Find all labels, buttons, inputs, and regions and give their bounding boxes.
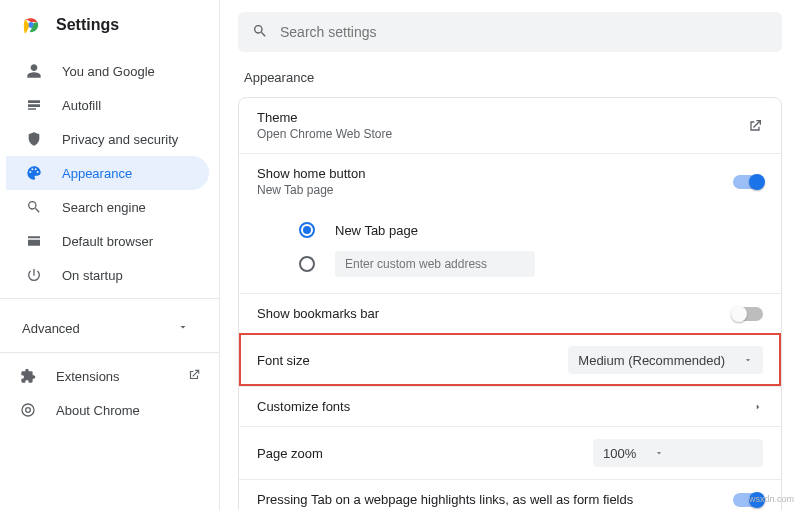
custom-url-input[interactable] xyxy=(335,251,535,277)
radio-option-newtab[interactable]: New Tab page xyxy=(299,213,763,247)
sidebar-item-privacy-security[interactable]: Privacy and security xyxy=(6,122,209,156)
sidebar-item-default-browser[interactable]: Default browser xyxy=(6,224,209,258)
chevron-down-icon xyxy=(177,321,189,336)
search-icon xyxy=(24,199,44,215)
section-title: Appearance xyxy=(244,70,782,85)
row-title: Show bookmarks bar xyxy=(257,306,733,321)
sidebar-item-autofill[interactable]: Autofill xyxy=(6,88,209,122)
chrome-logo-icon xyxy=(20,14,42,36)
sidebar-item-label: Autofill xyxy=(62,98,101,113)
browser-icon xyxy=(24,233,44,249)
row-font-size: Font size Medium (Recommended) xyxy=(239,333,781,386)
select-page-zoom[interactable]: 100% xyxy=(593,439,763,467)
open-external-icon[interactable] xyxy=(747,118,763,134)
autofill-icon xyxy=(24,97,44,113)
row-subtitle: Open Chrome Web Store xyxy=(257,127,747,141)
sidebar: Settings You and Google Autofill Privacy… xyxy=(0,0,220,510)
radio-option-custom-url[interactable] xyxy=(299,247,763,281)
select-value: Medium (Recommended) xyxy=(578,353,725,368)
main-content: Appearance Theme Open Chrome Web Store S… xyxy=(220,0,800,510)
sidebar-nav: You and Google Autofill Privacy and secu… xyxy=(0,52,219,292)
radio-icon xyxy=(299,256,315,272)
chevron-down-icon xyxy=(743,353,753,368)
settings-search-input[interactable] xyxy=(280,24,768,40)
row-subtitle: New Tab page xyxy=(257,183,733,197)
sidebar-item-label: Appearance xyxy=(62,166,132,181)
sidebar-item-on-startup[interactable]: On startup xyxy=(6,258,209,292)
radio-label: New Tab page xyxy=(335,223,418,238)
svg-point-1 xyxy=(22,404,34,416)
row-show-bookmarks-bar: Show bookmarks bar xyxy=(239,293,781,333)
chevron-right-icon xyxy=(753,402,763,412)
row-title: Customize fonts xyxy=(257,399,753,414)
toggle-show-home-button[interactable] xyxy=(733,175,763,189)
select-font-size[interactable]: Medium (Recommended) xyxy=(568,346,763,374)
appearance-card: Theme Open Chrome Web Store Show home bu… xyxy=(238,97,782,510)
sidebar-item-label: Extensions xyxy=(56,369,120,384)
row-tab-highlight: Pressing Tab on a webpage highlights lin… xyxy=(239,479,781,510)
row-theme[interactable]: Theme Open Chrome Web Store xyxy=(239,98,781,153)
power-icon xyxy=(24,267,44,283)
sidebar-item-label: About Chrome xyxy=(56,403,140,418)
watermark: wsxdn.com xyxy=(749,494,794,504)
sidebar-header: Settings xyxy=(0,14,219,52)
appearance-icon xyxy=(24,165,44,181)
page-title: Settings xyxy=(56,16,119,34)
extensions-icon xyxy=(18,368,38,384)
row-title: Pressing Tab on a webpage highlights lin… xyxy=(257,492,733,507)
chevron-down-icon xyxy=(654,446,664,461)
chrome-outline-icon xyxy=(18,402,38,418)
toggle-bookmarks-bar[interactable] xyxy=(733,307,763,321)
row-page-zoom: Page zoom 100% xyxy=(239,426,781,479)
sidebar-item-label: You and Google xyxy=(62,64,155,79)
svg-point-2 xyxy=(26,408,31,413)
sidebar-item-label: On startup xyxy=(62,268,123,283)
row-customize-fonts[interactable]: Customize fonts xyxy=(239,386,781,426)
person-icon xyxy=(24,63,44,79)
row-title: Font size xyxy=(257,353,568,368)
sidebar-item-about-chrome[interactable]: About Chrome xyxy=(0,393,219,427)
radio-icon xyxy=(299,222,315,238)
sidebar-item-you-and-google[interactable]: You and Google xyxy=(6,54,209,88)
row-title: Show home button xyxy=(257,166,733,181)
row-show-home-button: Show home button New Tab page xyxy=(239,153,781,209)
sidebar-item-label: Default browser xyxy=(62,234,153,249)
sidebar-item-search-engine[interactable]: Search engine xyxy=(6,190,209,224)
select-value: 100% xyxy=(603,446,636,461)
open-external-icon xyxy=(187,368,201,385)
shield-icon xyxy=(24,131,44,147)
search-icon xyxy=(252,23,268,42)
settings-search[interactable] xyxy=(238,12,782,52)
sidebar-item-appearance[interactable]: Appearance xyxy=(6,156,209,190)
sidebar-item-extensions[interactable]: Extensions xyxy=(0,359,219,393)
home-button-options: New Tab page xyxy=(239,209,781,293)
row-title: Theme xyxy=(257,110,747,125)
sidebar-advanced[interactable]: Advanced xyxy=(0,311,219,346)
divider xyxy=(0,298,219,299)
advanced-label: Advanced xyxy=(22,321,80,336)
sidebar-item-label: Search engine xyxy=(62,200,146,215)
row-title: Page zoom xyxy=(257,446,593,461)
divider xyxy=(0,352,219,353)
sidebar-item-label: Privacy and security xyxy=(62,132,178,147)
